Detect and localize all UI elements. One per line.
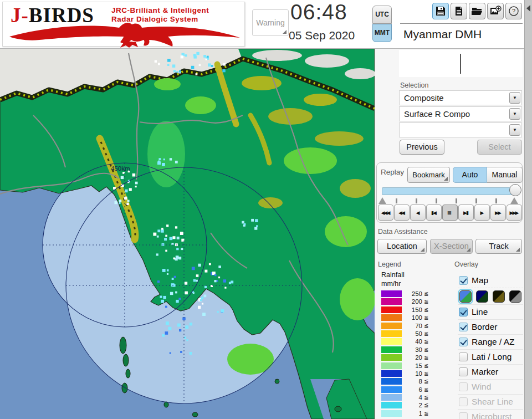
legend-color-swatch [381, 354, 402, 361]
replay-timeline-slider[interactable] [382, 187, 518, 195]
print-button[interactable] [451, 3, 467, 19]
chevron-down-icon[interactable]: ▼ [509, 108, 520, 120]
overlay-item-label: Range / AZ [472, 337, 515, 347]
open-folder-icon [471, 6, 483, 17]
slider-tick [436, 198, 437, 203]
legend-color-swatch [381, 386, 402, 393]
overlay-row-marker[interactable]: Marker [458, 364, 523, 379]
legend-leq-symbol: ≦ [424, 306, 428, 313]
open-folder-button[interactable] [469, 3, 485, 19]
clock-time: 06:48 [290, 0, 369, 24]
slider-tick [416, 198, 417, 203]
capture-image-button[interactable] [487, 3, 504, 19]
step-forward-button[interactable]: ▶▮ [458, 205, 474, 221]
legend-value: 250 [403, 290, 422, 297]
legend-leq-symbol: ≦ [424, 362, 428, 369]
legend-value: 2 [403, 402, 422, 408]
legend-unit: mm/hr [381, 280, 401, 288]
bookmark-button[interactable]: Bookmark [407, 167, 450, 183]
text-caret [460, 54, 461, 74]
manual-mode-button[interactable]: Manual [487, 167, 523, 183]
checkbox-lati-long[interactable] [459, 352, 468, 361]
overlay-row-lati-long[interactable]: Lati / Long [458, 349, 523, 364]
jbirds-logo: J-BIRDS JRC-Brilliant & Intelligent Rada… [2, 2, 245, 47]
legend-row: 70≦ [381, 322, 434, 330]
legend-value: 30 [403, 346, 422, 353]
overlay-row-border[interactable]: Border [458, 319, 523, 334]
jbirds-application: J-BIRDS JRC-Brilliant & Intelligent Rada… [0, 0, 532, 419]
legend-row: 15≦ [381, 362, 434, 370]
legend-color-swatch [381, 298, 402, 305]
fastest-rewind-button[interactable]: ◀◀◀ [378, 205, 393, 221]
overlay-row-wind[interactable]: Wind [458, 379, 523, 394]
legend-leq-symbol: ≦ [424, 298, 428, 304]
legend-row: 250≦ [381, 290, 434, 298]
legend-color-swatch [381, 330, 402, 337]
checkbox-map[interactable] [459, 276, 468, 285]
legend-row: 20≦ [381, 354, 434, 361]
overlay-item-label: Border [472, 322, 498, 332]
radar-map[interactable]: 450km [0, 49, 375, 419]
overlay-row-range-az[interactable]: Range / AZ [458, 334, 523, 349]
product-dropdown-1[interactable]: Composite ▼ [399, 90, 522, 105]
legend-leq-symbol: ≦ [424, 402, 428, 408]
play-reverse-button[interactable]: ◀ [410, 205, 426, 221]
overlay-row-line[interactable]: Line [458, 304, 523, 319]
checkbox-range-az[interactable] [459, 338, 468, 346]
product-dropdown-3[interactable]: ▼ [399, 122, 522, 137]
utc-toggle-button[interactable]: UTC [372, 6, 392, 24]
legend-value: 40 [403, 338, 422, 345]
legend-value: 1 [403, 410, 422, 417]
save-button[interactable] [432, 3, 449, 19]
previous-button[interactable]: Previous [400, 140, 444, 155]
checkbox-border[interactable] [459, 323, 468, 331]
map-style-swatch-3[interactable] [493, 290, 505, 303]
legend-value: 200 [403, 298, 422, 305]
legend-color-swatch [381, 402, 402, 408]
replay-label: Replay [381, 168, 404, 176]
replay-panel: Replay Bookmark Auto Manual ◀◀◀◀◀◀▮◀■▶▮▶… [376, 162, 523, 223]
legend-row: 100≦ [381, 314, 434, 321]
panel-collapse-strip[interactable] [524, 0, 532, 419]
legend-value: 8 [403, 378, 422, 385]
map-style-swatch-4[interactable] [509, 290, 521, 303]
overlay-row-microburst[interactable]: Microburst [458, 409, 523, 419]
station-input[interactable] [399, 50, 523, 77]
warning-button[interactable]: Warning [252, 9, 289, 36]
checkbox-wind [459, 382, 468, 391]
fastest-forward-button[interactable]: ▶▶▶ [507, 205, 522, 221]
track-button[interactable]: Track [475, 239, 522, 254]
legend-leq-symbol: ≦ [424, 378, 428, 384]
map-style-swatch-2[interactable] [476, 290, 488, 303]
slider-start-marker [378, 197, 386, 204]
help-button[interactable]: ? [505, 3, 522, 19]
fast-forward-button[interactable]: ▶▶ [490, 205, 506, 221]
location-button[interactable]: Location [377, 239, 427, 254]
legend-leq-symbol: ≦ [424, 354, 428, 360]
checkbox-marker[interactable] [459, 367, 468, 376]
mmt-toggle-button[interactable]: MMT [372, 24, 392, 42]
overlay-section-label: Overlay [454, 260, 478, 268]
map-style-swatch-1[interactable] [459, 290, 472, 303]
auto-mode-button[interactable]: Auto [453, 167, 487, 183]
overlay-row-shear-line[interactable]: Shear Line [458, 394, 523, 409]
step-back-button[interactable]: ▮◀ [426, 205, 442, 221]
chevron-down-icon[interactable]: ▼ [509, 92, 520, 104]
stop-button[interactable]: ■ [442, 205, 458, 221]
product-dropdown-2[interactable]: Surface R Compo ▼ [399, 106, 522, 121]
slider-tick [495, 198, 497, 203]
overlay-row-map[interactable]: Map [458, 273, 523, 288]
xsection-button[interactable]: X-Section [430, 239, 473, 254]
data-assistance-label: Data Assistance [378, 228, 428, 236]
play-button[interactable]: ▶ [474, 205, 490, 221]
save-icon [435, 6, 446, 17]
legend-value: 100 [403, 314, 422, 321]
checkbox-line[interactable] [459, 308, 468, 316]
legend-color-swatch [381, 306, 402, 313]
fast-rewind-button[interactable]: ◀◀ [394, 205, 410, 221]
legend-color-swatch [381, 378, 402, 385]
chevron-down-icon[interactable]: ▼ [509, 124, 520, 136]
replay-slider-handle[interactable] [509, 184, 521, 196]
legend-row: 150≦ [381, 306, 434, 314]
logo-subtitle-1: JRC-Brilliant & Intelligent [111, 6, 209, 14]
